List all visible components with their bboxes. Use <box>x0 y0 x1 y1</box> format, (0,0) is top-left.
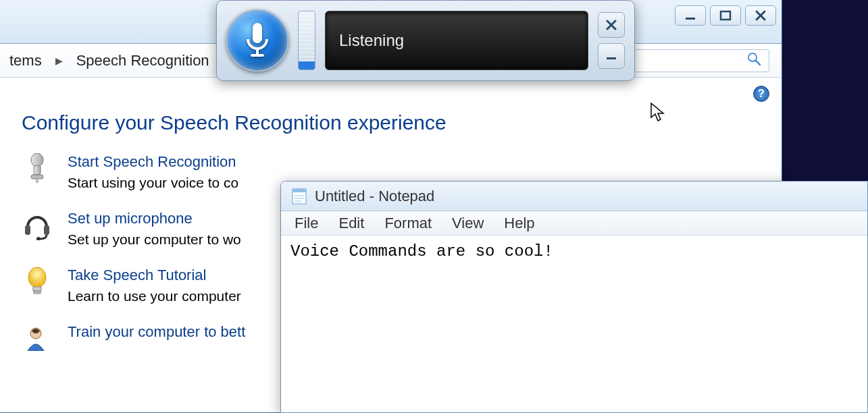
notepad-window: Untitled - Notepad File Edit Format View… <box>280 181 868 413</box>
widget-controls <box>598 12 625 69</box>
svg-rect-5 <box>34 165 41 175</box>
minimize-icon <box>606 51 617 61</box>
svg-line-3 <box>756 61 760 65</box>
microphone-icon <box>22 153 53 184</box>
microphone-orb-icon <box>244 20 271 61</box>
minimize-button[interactable] <box>675 5 706 26</box>
svg-rect-16 <box>292 189 306 192</box>
option-train-link[interactable]: Train your computer to bett <box>68 323 245 340</box>
menu-file[interactable]: File <box>295 215 318 232</box>
close-button[interactable] <box>745 5 776 26</box>
svg-rect-0 <box>686 18 695 20</box>
search-input[interactable] <box>634 49 769 72</box>
window-controls <box>675 5 776 26</box>
audio-level-meter <box>298 11 315 70</box>
option-setup-mic-link[interactable]: Set up microphone <box>68 210 193 227</box>
notepad-app-icon <box>290 188 308 205</box>
svg-rect-1 <box>721 11 730 20</box>
svg-rect-22 <box>251 54 264 57</box>
lightbulb-icon <box>22 267 53 298</box>
option-tutorial-link[interactable]: Take Speech Tutorial <box>68 267 206 283</box>
notepad-title-text: Untitled - Notepad <box>315 188 434 205</box>
maximize-button[interactable] <box>710 5 741 26</box>
svg-rect-23 <box>607 57 616 59</box>
breadcrumb-separator: ▶ <box>51 44 67 77</box>
widget-minimize-button[interactable] <box>598 43 625 69</box>
notepad-menu-bar: File Edit Format View Help <box>281 211 867 236</box>
widget-close-button[interactable] <box>598 12 625 38</box>
minimize-icon <box>684 9 696 22</box>
speech-listen-button[interactable] <box>226 9 288 72</box>
svg-rect-20 <box>253 23 262 43</box>
page-heading: Configure your Speech Recognition experi… <box>22 111 760 134</box>
breadcrumb-part-1[interactable]: tems <box>0 44 51 77</box>
help-icon[interactable]: ? <box>753 86 769 102</box>
svg-rect-6 <box>31 175 43 179</box>
close-icon <box>755 9 767 22</box>
headset-icon <box>22 210 53 241</box>
option-start-speech-link[interactable]: Start Speech Recognition <box>68 153 236 170</box>
svg-rect-13 <box>34 291 41 294</box>
menu-edit[interactable]: Edit <box>338 215 364 232</box>
speech-status-display: Listening <box>325 11 588 70</box>
speech-recognition-widget[interactable]: Listening <box>216 0 635 81</box>
maximize-icon <box>719 9 732 22</box>
svg-rect-12 <box>33 287 41 291</box>
menu-format[interactable]: Format <box>384 215 432 232</box>
svg-point-11 <box>28 267 46 287</box>
option-tutorial-desc: Learn to use your computer <box>68 288 241 304</box>
option-setup-mic-desc: Set up your computer to wo <box>68 231 241 248</box>
notepad-text-area[interactable]: Voice Commands are so cool! <box>281 236 867 267</box>
person-icon <box>22 323 53 354</box>
svg-rect-9 <box>44 225 49 235</box>
speech-status-text: Listening <box>339 31 404 50</box>
svg-point-10 <box>36 237 41 240</box>
breadcrumb-part-2[interactable]: Speech Recognition <box>67 44 219 77</box>
svg-point-4 <box>31 153 43 167</box>
svg-rect-8 <box>25 225 30 235</box>
search-icon <box>747 52 761 69</box>
menu-view[interactable]: View <box>452 215 484 232</box>
menu-help[interactable]: Help <box>504 215 534 232</box>
notepad-titlebar[interactable]: Untitled - Notepad <box>281 182 867 211</box>
close-icon <box>606 20 617 30</box>
option-start-speech-desc: Start using your voice to co <box>68 175 238 191</box>
svg-rect-7 <box>36 179 39 183</box>
